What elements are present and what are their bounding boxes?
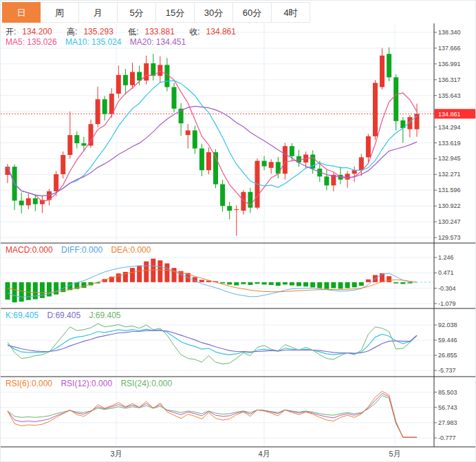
candle-body[interactable] <box>96 99 100 124</box>
candle-body[interactable] <box>380 56 385 87</box>
axis-tick-label: 59.446 <box>438 337 457 344</box>
candle-body[interactable] <box>393 77 398 121</box>
macd-bar <box>296 282 301 286</box>
candle-body[interactable] <box>158 65 162 76</box>
candle-body[interactable] <box>123 75 128 85</box>
chart-canvas[interactable]: 138.340137.666136.991136.317135.643134.9… <box>1 1 476 462</box>
k-line <box>8 329 417 355</box>
macd-bar <box>172 268 177 282</box>
axis-tick-label: 1.246 <box>438 254 454 261</box>
high-value: 135.293 <box>83 27 113 36</box>
candle-body[interactable] <box>290 146 294 156</box>
timeframe-tab-3[interactable]: 5分 <box>118 2 156 23</box>
close-value: 134.861 <box>206 27 236 36</box>
macd-bar <box>338 282 343 288</box>
low-value: 133.881 <box>145 27 175 36</box>
ma10-value: MA10: 135.024 <box>65 37 121 47</box>
candle-body[interactable] <box>116 75 121 94</box>
candle-body[interactable] <box>373 83 378 136</box>
macd-bar <box>164 264 169 282</box>
candle-body[interactable] <box>366 136 371 158</box>
candle-body[interactable] <box>283 146 288 174</box>
candle-body[interactable] <box>269 162 274 168</box>
j-value: J:69.405 <box>89 311 120 320</box>
timeframe-tab-7[interactable]: 4时 <box>272 2 310 23</box>
candle-body[interactable] <box>345 174 350 179</box>
macd-bar <box>276 282 281 286</box>
candle-body[interactable] <box>193 130 197 148</box>
candle-body[interactable] <box>102 99 107 114</box>
axis-tick-label: 132.271 <box>438 171 461 178</box>
axis-tick-label: 129.573 <box>438 234 461 241</box>
month-label: 3月 <box>110 450 122 458</box>
axis-tick-label: 137.666 <box>438 45 461 52</box>
current-price-tag-label: 134.861 <box>438 111 461 118</box>
ma20-value: MA20: 134.451 <box>130 37 186 47</box>
macd-bar <box>248 282 252 285</box>
rsi6-value: RSI(6):0.000 <box>6 379 52 388</box>
rsi24-line <box>8 396 417 438</box>
macd-bar <box>33 282 38 300</box>
candle-body[interactable] <box>81 143 86 145</box>
candle-body[interactable] <box>33 198 38 204</box>
axis-tick-label: 136.991 <box>438 61 461 67</box>
macd-bar <box>158 260 162 282</box>
timeframe-tab-6[interactable]: 60分 <box>233 2 272 23</box>
macd-bar <box>331 282 336 288</box>
diff-value: DIFF:0.000 <box>61 245 102 255</box>
candle-body[interactable] <box>352 170 357 174</box>
macd-bar <box>303 282 308 286</box>
macd-readout: MACD:0.000 DIFF:0.000 DEA:0.000 <box>6 245 157 255</box>
timeframe-tab-0[interactable]: 日 <box>2 2 41 23</box>
candle-body[interactable] <box>359 158 364 171</box>
macd-bar <box>317 282 322 288</box>
candle-body[interactable] <box>262 161 267 167</box>
rsi12-value: RSI(12):0.000 <box>61 379 112 388</box>
candle-body[interactable] <box>130 72 135 85</box>
candle-body[interactable] <box>74 135 79 143</box>
macd-bar <box>324 282 329 289</box>
k-value: K:69.405 <box>6 311 39 320</box>
low-label: 低: <box>128 27 138 36</box>
axis-tick-label: 0.471 <box>438 269 454 276</box>
axis-tick-label: 26.855 <box>438 352 457 359</box>
candle-body[interactable] <box>26 198 31 205</box>
candle-body[interactable] <box>234 209 239 210</box>
macd-bar <box>393 282 398 284</box>
macd-bar <box>144 262 149 282</box>
macd-bar <box>220 282 225 284</box>
candle-body[interactable] <box>144 63 149 81</box>
rsi6-line <box>8 391 417 437</box>
axis-tick-label: 85.503 <box>438 389 457 396</box>
macd-bar <box>81 282 86 288</box>
timeframe-tab-1[interactable]: 周 <box>41 2 79 23</box>
timeframe-tab-5[interactable]: 30分 <box>195 2 233 23</box>
candle-body[interactable] <box>19 200 24 205</box>
timeframe-tab-4[interactable]: 15分 <box>156 2 195 23</box>
axis-tick-label: 136.317 <box>438 76 461 83</box>
candle-body[interactable] <box>199 149 204 171</box>
timeframe-tab-2[interactable]: 月 <box>79 2 118 23</box>
candle-body[interactable] <box>220 185 225 207</box>
macd-bar <box>227 282 232 284</box>
axis-tick-label: 27.983 <box>438 419 457 426</box>
candle-body[interactable] <box>206 152 211 170</box>
candle-body[interactable] <box>324 176 329 185</box>
macd-bar <box>310 282 315 287</box>
macd-bar <box>26 282 31 300</box>
candle-body[interactable] <box>54 174 58 191</box>
kdj-readout: K:69.405 D:69.405 J:69.405 <box>6 311 127 320</box>
axis-tick-label: 135.643 <box>438 92 461 99</box>
open-label: 开: <box>6 27 16 36</box>
candle-body[interactable] <box>61 155 65 174</box>
axis-tick-label: 92.038 <box>438 322 457 328</box>
macd-bar <box>352 282 357 287</box>
candle-body[interactable] <box>67 135 72 155</box>
macd-bar <box>234 282 239 286</box>
axis-tick-label: 131.596 <box>438 187 461 193</box>
candle-body[interactable] <box>227 206 232 211</box>
candle-body[interactable] <box>172 87 177 109</box>
candle-body[interactable] <box>387 54 391 77</box>
axis-tick-label: 138.340 <box>438 29 461 36</box>
candle-body[interactable] <box>186 130 191 135</box>
